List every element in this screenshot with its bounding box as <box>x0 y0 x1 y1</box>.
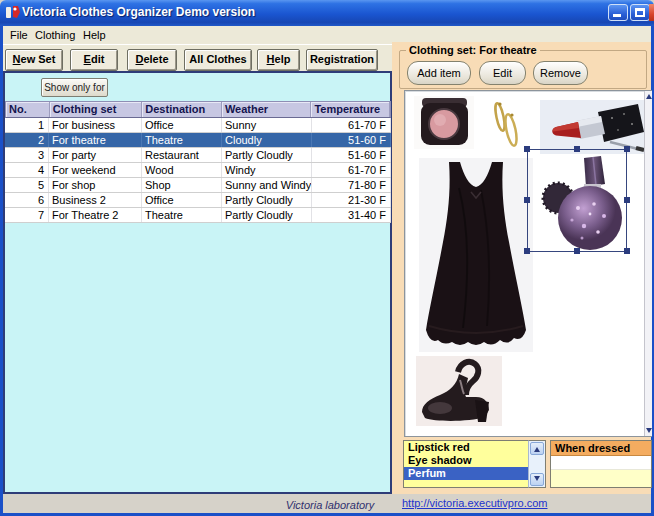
item-remove-button[interactable]: Remove <box>533 61 588 85</box>
items-list-scrollbar[interactable] <box>528 440 546 488</box>
black-dress-icon[interactable] <box>419 158 533 352</box>
vendor-label: Victoria laboratory <box>250 499 410 511</box>
item-selection-box[interactable] <box>527 149 627 252</box>
up-arrow-icon <box>534 447 540 452</box>
table-row[interactable]: 5For shopShopSunny and Windy71-80 F <box>5 178 391 193</box>
table-cell-weather: Sunny <box>222 118 312 132</box>
title-bar: Victoria Clothes Organizer Demo version <box>0 0 654 26</box>
table-row[interactable]: 2For theatreTheatreCloudly51-60 F <box>5 133 391 148</box>
new-set-button[interactable]: New Set <box>5 49 63 71</box>
table-header: No. Clothing set Destination Weather Tem… <box>5 101 391 118</box>
window-title: Victoria Clothes Organizer Demo version <box>22 5 255 19</box>
eye-shadow-compact-icon[interactable] <box>414 96 474 149</box>
table-cell-no: 6 <box>5 193 49 207</box>
menu-file[interactable]: File <box>6 28 32 42</box>
table-cell-destination: Office <box>142 118 222 132</box>
table-cell-set: For business <box>49 118 142 132</box>
when-dressed-row[interactable] <box>551 456 651 470</box>
table-cell-set: For weekend <box>49 163 142 177</box>
table-cell-no: 3 <box>5 148 49 162</box>
table-row[interactable]: 6Business 2OfficePartly Cloudly21-30 F <box>5 193 391 208</box>
gold-earrings-icon[interactable] <box>490 100 522 148</box>
table-cell-no: 7 <box>5 208 49 222</box>
column-header-clothing-set[interactable]: Clothing set <box>50 102 143 117</box>
maximize-icon <box>635 8 645 17</box>
scroll-down-icon[interactable] <box>646 428 652 433</box>
when-dressed-header[interactable]: When dressed <box>551 441 651 456</box>
table-cell-weather: Partly Cloudly <box>222 208 312 222</box>
item-edit-button[interactable]: Edit <box>479 61 526 85</box>
selection-handle-se[interactable] <box>624 248 630 254</box>
add-item-button[interactable]: Add item <box>407 61 471 85</box>
list-item[interactable]: Eye shadow <box>404 454 528 467</box>
red-lipstick-icon[interactable] <box>540 100 648 154</box>
table-cell-weather: Windy <box>222 163 312 177</box>
column-header-temperature[interactable]: Temperature <box>311 102 390 117</box>
table-cell-temperature: 51-60 F <box>312 148 391 162</box>
table-cell-set: For party <box>49 148 142 162</box>
website-link[interactable]: http://victoria.executivpro.com <box>402 497 548 509</box>
table-cell-weather: Partly Cloudly <box>222 148 312 162</box>
show-only-for-button[interactable]: Show only for <box>41 78 108 97</box>
all-clothes-button[interactable]: All Clothes <box>184 49 252 71</box>
column-header-destination[interactable]: Destination <box>142 102 222 117</box>
list-scroll-down-button[interactable] <box>530 473 544 486</box>
registration-button[interactable]: Registration <box>306 49 378 71</box>
table-cell-destination: Office <box>142 193 222 207</box>
table-cell-weather: Cloudly <box>222 133 312 147</box>
table-cell-weather: Sunny and Windy <box>222 178 312 192</box>
selection-handle-nw[interactable] <box>524 146 530 152</box>
table-cell-destination: Wood <box>142 163 222 177</box>
close-button[interactable] <box>649 4 654 21</box>
table-cell-temperature: 31-40 F <box>312 208 391 222</box>
table-row[interactable]: 3For partyRestaurantPartly Cloudly51-60 … <box>5 148 391 163</box>
black-heel-shoe-icon[interactable] <box>416 356 502 426</box>
items-list: Lipstick redEye shadowPerfum <box>403 440 528 488</box>
table-cell-destination: Theatre <box>142 208 222 222</box>
table-cell-destination: Theatre <box>142 133 222 147</box>
menu-help[interactable]: Help <box>79 28 110 42</box>
app-icon <box>5 4 21 20</box>
table-cell-destination: Restaurant <box>142 148 222 162</box>
table-cell-weather: Partly Cloudly <box>222 193 312 207</box>
edit-button[interactable]: Edit <box>70 49 118 71</box>
table-cell-no: 1 <box>5 118 49 132</box>
maximize-button[interactable] <box>630 4 650 21</box>
table-row[interactable]: 4For weekendWoodWindy61-70 F <box>5 163 391 178</box>
table-cell-temperature: 21-30 F <box>312 193 391 207</box>
table-row[interactable]: 1For businessOfficeSunny61-70 F <box>5 118 391 133</box>
down-arrow-icon <box>534 476 540 481</box>
table-body: 1For businessOfficeSunny61-70 F2For thea… <box>5 118 391 223</box>
table-cell-set: For theatre <box>49 133 142 147</box>
delete-button[interactable]: Delete <box>127 49 177 71</box>
list-scroll-up-button[interactable] <box>530 442 544 455</box>
table-row[interactable]: 7For Theatre 2TheatrePartly Cloudly31-40… <box>5 208 391 223</box>
table-cell-temperature: 61-70 F <box>312 163 391 177</box>
column-header-no[interactable]: No. <box>6 102 50 117</box>
clothing-set-title: Clothing set: For theatre <box>406 44 540 56</box>
menu-clothing[interactable]: Clothing <box>31 28 79 42</box>
table-cell-temperature: 61-70 F <box>312 118 391 132</box>
table-cell-set: For shop <box>49 178 142 192</box>
selection-handle-w[interactable] <box>524 197 530 203</box>
table-cell-temperature: 71-80 F <box>312 178 391 192</box>
table-cell-no: 4 <box>5 163 49 177</box>
selection-handle-s[interactable] <box>574 248 580 254</box>
selection-handle-n[interactable] <box>574 146 580 152</box>
canvas-scrollbar[interactable] <box>644 91 652 436</box>
table-cell-no: 2 <box>5 133 49 147</box>
list-item[interactable]: Lipstick red <box>404 441 528 454</box>
table-cell-destination: Shop <box>142 178 222 192</box>
table-cell-set: For Theatre 2 <box>49 208 142 222</box>
app-window: Victoria Clothes Organizer Demo version … <box>0 0 654 516</box>
table-cell-temperature: 51-60 F <box>312 133 391 147</box>
help-button[interactable]: Help <box>257 49 300 71</box>
selection-handle-e[interactable] <box>624 197 630 203</box>
selection-handle-ne[interactable] <box>624 146 630 152</box>
when-dressed-row[interactable] <box>551 470 651 487</box>
column-header-weather[interactable]: Weather <box>222 102 312 117</box>
minimize-button[interactable] <box>608 4 628 21</box>
selection-handle-sw[interactable] <box>524 248 530 254</box>
scroll-up-icon[interactable] <box>646 94 652 99</box>
list-item[interactable]: Perfum <box>404 467 528 480</box>
